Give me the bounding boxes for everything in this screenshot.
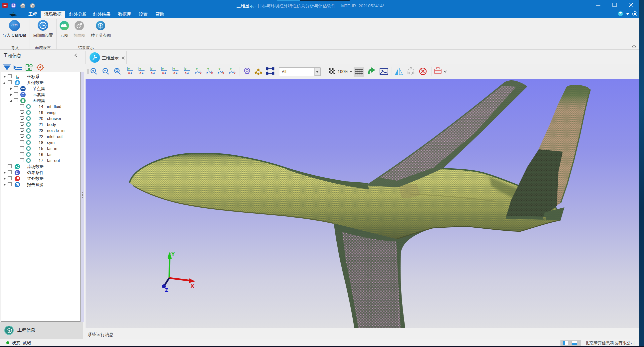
svg-text:z: z: [153, 71, 155, 74]
svg-text:z: z: [206, 71, 208, 75]
svg-text:x: x: [151, 71, 153, 74]
svg-text:z: z: [164, 71, 166, 74]
svg-text:z: z: [176, 71, 177, 74]
svg-text:Y: Y: [230, 67, 232, 71]
svg-text:z: z: [142, 71, 144, 74]
svg-text:x: x: [140, 71, 141, 74]
svg-text:Y: Y: [128, 67, 130, 71]
svg-text:z: z: [229, 71, 231, 75]
svg-text:Z: Z: [165, 287, 168, 293]
svg-text:x: x: [234, 71, 235, 75]
svg-text:Y: Y: [207, 67, 209, 71]
svg-text:z: z: [195, 71, 197, 75]
svg-text:x: x: [128, 71, 130, 74]
svg-text:x: x: [222, 71, 224, 75]
svg-text:z: z: [218, 71, 219, 75]
svg-text:x: x: [173, 71, 175, 74]
svg-text:x: x: [18, 76, 19, 79]
svg-text:Y: Y: [218, 67, 220, 71]
svg-text:z: z: [131, 71, 132, 74]
svg-text:Y: Y: [151, 67, 153, 71]
svg-text:Y: Y: [173, 67, 175, 71]
svg-text:Y: Y: [162, 67, 164, 71]
svg-text:z: z: [17, 77, 18, 79]
svg-text:Y: Y: [139, 67, 141, 71]
svg-text:x: x: [211, 71, 213, 75]
svg-text:100%: 100%: [338, 69, 348, 74]
svg-text:X: X: [190, 283, 194, 289]
svg-text:x: x: [200, 71, 201, 75]
svg-text:Y: Y: [196, 67, 198, 71]
svg-text:All: All: [282, 70, 286, 74]
svg-text:z: z: [187, 71, 189, 74]
svg-text:Y: Y: [171, 251, 175, 257]
svg-text:x: x: [185, 71, 186, 74]
svg-text:x: x: [162, 71, 164, 74]
svg-text:Y: Y: [184, 67, 186, 71]
